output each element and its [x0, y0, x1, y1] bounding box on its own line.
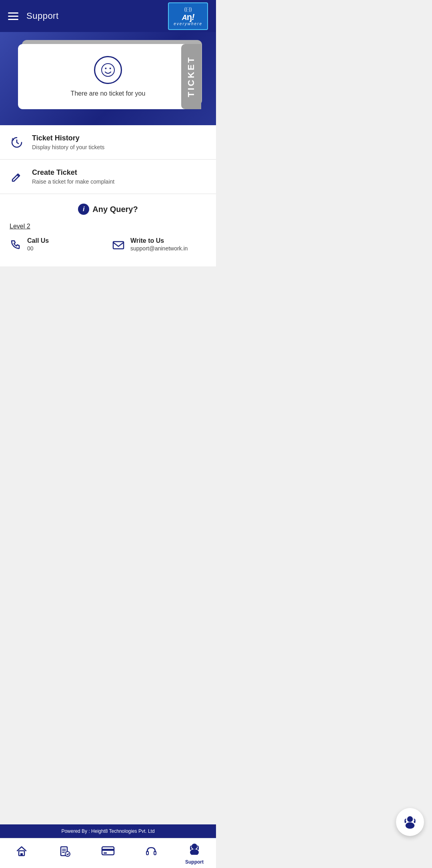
svg-point-1 [105, 68, 106, 69]
wifi-icon: ((·)) [184, 6, 192, 12]
app-logo: ((·)) Aŋ! everywhere [168, 2, 208, 30]
ticket-card-wrapper: There are no ticket for you TICKET [18, 44, 198, 109]
create-ticket-text: Create Ticket Raise a ticket for make co… [32, 168, 114, 185]
menu-section: Ticket History Display history of your t… [0, 125, 216, 194]
create-ticket-subtitle: Raise a ticket for make complaint [32, 178, 114, 185]
write-us-item[interactable]: Write to Us support@aninetwork.in [112, 237, 206, 254]
header-left: Support [8, 11, 59, 21]
smiley-icon [94, 56, 122, 84]
call-us-value: 00 [27, 245, 49, 252]
ticket-history-subtitle: Display history of your tickets [32, 144, 104, 150]
svg-point-0 [102, 64, 114, 76]
hamburger-menu[interactable] [8, 12, 18, 20]
page-title: Support [26, 11, 59, 21]
logo-subtitle: everywhere [174, 22, 202, 26]
query-header: i Any Query? [10, 204, 206, 215]
logo-text: Aŋ! [182, 13, 194, 22]
ticket-card: There are no ticket for you TICKET [18, 44, 198, 109]
info-icon: i [78, 204, 89, 215]
create-ticket-item[interactable]: Create Ticket Raise a ticket for make co… [0, 160, 216, 194]
phone-icon [10, 239, 22, 254]
mail-icon [112, 239, 125, 254]
contact-row: Call Us 00 Write to Us support@aninetwor… [10, 237, 206, 254]
ticket-card-content: There are no ticket for you [30, 56, 186, 97]
no-ticket-text: There are no ticket for you [71, 90, 146, 97]
ticket-history-item[interactable]: Ticket History Display history of your t… [0, 125, 216, 160]
app-header: Support ((·)) Aŋ! everywhere [0, 0, 216, 32]
ticket-history-text: Ticket History Display history of your t… [32, 134, 104, 150]
ticket-banner: There are no ticket for you TICKET [0, 32, 216, 125]
history-icon [10, 136, 24, 149]
svg-point-2 [110, 68, 111, 69]
query-section: i Any Query? Level 2 Call Us 00 [0, 194, 216, 266]
create-ticket-title: Create Ticket [32, 168, 114, 177]
level-label: Level 2 [10, 223, 206, 230]
content-spacer [0, 266, 216, 306]
call-us-info: Call Us 00 [27, 237, 49, 252]
call-us-label: Call Us [27, 237, 49, 244]
svg-rect-3 [113, 242, 124, 249]
call-us-item[interactable]: Call Us 00 [10, 237, 104, 254]
bottom-spacer [0, 306, 216, 366]
ticket-history-title: Ticket History [32, 134, 104, 142]
edit-icon [10, 171, 24, 183]
query-title: Any Query? [92, 205, 138, 214]
write-us-info: Write to Us support@aninetwork.in [130, 237, 188, 252]
ticket-side-label: TICKET [181, 44, 201, 109]
write-us-value: support@aninetwork.in [130, 245, 188, 252]
write-us-label: Write to Us [130, 237, 188, 244]
